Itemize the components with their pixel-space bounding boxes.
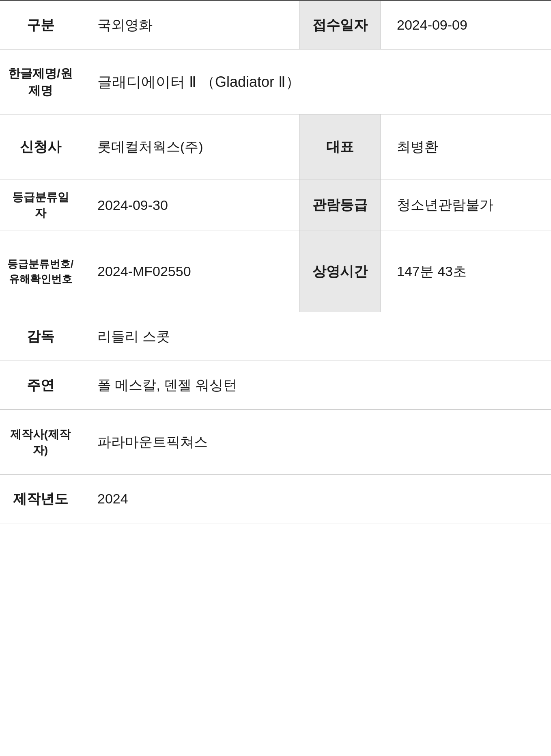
- rating-number-value: 2024-MF02550: [81, 231, 299, 312]
- cast-value: 폴 메스칼, 덴젤 워싱턴: [81, 361, 551, 409]
- representative-value: 최병환: [381, 114, 551, 179]
- rating-date-row: 등급분류일자 2024-09-30 관람등급 청소년관람불가: [0, 179, 551, 231]
- rating-date-label: 등급분류일자: [0, 179, 81, 231]
- representative-label: 대표: [299, 114, 381, 179]
- category-value: 국외영화: [81, 1, 299, 49]
- director-row: 감독 리들리 스콧: [0, 312, 551, 361]
- rating-number-two-col: 2024-MF02550 상영시간 147분 43초: [81, 231, 551, 312]
- applicant-label: 신청사: [0, 114, 81, 179]
- year-label: 제작년도: [0, 475, 81, 523]
- director-label: 감독: [0, 312, 81, 361]
- year-row: 제작년도 2024: [0, 475, 551, 523]
- cast-row: 주연 폴 메스칼, 덴젤 워싱턴: [0, 361, 551, 410]
- rating-date-value: 2024-09-30: [81, 179, 299, 231]
- runtime-label: 상영시간: [299, 231, 381, 312]
- applicant-two-col: 롯데컬처웍스(주) 대표 최병환: [81, 114, 551, 179]
- producer-value: 파라마운트픽쳐스: [81, 410, 551, 474]
- runtime-value: 147분 43초: [381, 231, 551, 312]
- viewing-rating-value: 청소년관람불가: [381, 179, 551, 231]
- receipt-date-label: 접수일자: [299, 1, 381, 49]
- receipt-date-value: 2024-09-09: [381, 1, 551, 49]
- producer-row: 제작사(제작자) 파라마운트픽쳐스: [0, 410, 551, 475]
- producer-label: 제작사(제작자): [0, 410, 81, 474]
- viewing-rating-label: 관람등급: [299, 179, 381, 231]
- rating-number-label: 등급분류번호/유해확인번호: [0, 231, 81, 312]
- info-table: 구분 국외영화 접수일자 2024-09-09 한글제명/원제명 글래디에이터 …: [0, 0, 551, 523]
- rating-number-row: 등급분류번호/유해확인번호 2024-MF02550 상영시간 147분 43초: [0, 231, 551, 312]
- rating-date-two-col: 2024-09-30 관람등급 청소년관람불가: [81, 179, 551, 231]
- applicant-value: 롯데컬처웍스(주): [81, 114, 299, 179]
- director-value: 리들리 스콧: [81, 312, 551, 361]
- category-row: 구분 국외영화 접수일자 2024-09-09: [0, 1, 551, 50]
- category-two-col: 국외영화 접수일자 2024-09-09: [81, 1, 551, 49]
- applicant-row: 신청사 롯데컬처웍스(주) 대표 최병환: [0, 114, 551, 179]
- category-label: 구분: [0, 1, 81, 49]
- cast-label: 주연: [0, 361, 81, 409]
- title-row: 한글제명/원제명 글래디에이터 Ⅱ （Gladiator Ⅱ）: [0, 50, 551, 114]
- year-value: 2024: [81, 475, 551, 523]
- title-label: 한글제명/원제명: [0, 50, 81, 114]
- title-value: 글래디에이터 Ⅱ （Gladiator Ⅱ）: [81, 50, 551, 114]
